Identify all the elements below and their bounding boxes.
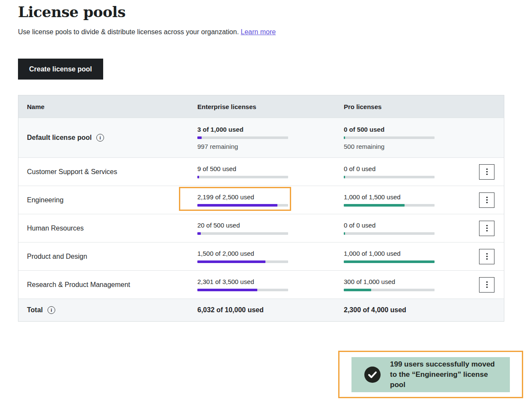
enterprise-usage-bar-fill [197, 232, 201, 235]
page-title: License pools [18, 3, 125, 21]
pro-usage-bar [344, 136, 435, 139]
toast-message: 199 users successfully moved to the “Eng… [390, 359, 502, 390]
pro-usage-cell: 0 of 500 used 500 remaining [335, 126, 468, 150]
table-row-total: Total i 6,032 of 10,000 used 2,300 of 4,… [18, 299, 504, 321]
table-header-row: Name Enterprise licenses Pro licenses [18, 95, 504, 118]
row-actions-kebab-button[interactable] [479, 221, 494, 236]
pro-usage-bar-fill [344, 176, 345, 178]
pro-usage-bar-fill [344, 289, 371, 291]
total-enterprise-value: 6,032 of 10,000 used [189, 306, 335, 314]
table-row-customer-support: Customer Support & Services 9 of 500 use… [18, 157, 504, 186]
enterprise-usage-label: 1,500 of 2,000 used [197, 250, 335, 257]
pro-usage-label: 0 of 0 used [344, 222, 468, 229]
info-icon[interactable]: i [96, 134, 104, 142]
pro-usage-bar-fill [344, 204, 405, 207]
column-header-enterprise: Enterprise licenses [189, 103, 335, 110]
success-toast: 199 users successfully moved to the “Eng… [351, 357, 510, 392]
enterprise-usage-cell: 2,301 of 3,500 used [189, 278, 335, 291]
pro-usage-bar-fill [344, 136, 345, 139]
enterprise-usage-bar [197, 176, 288, 178]
pro-usage-bar [344, 232, 435, 235]
enterprise-usage-bar [197, 136, 288, 139]
enterprise-usage-cell: 3 of 1,000 used 997 remaining [189, 126, 335, 150]
pool-name: Human Resources [27, 225, 84, 232]
enterprise-usage-bar [197, 260, 288, 263]
pro-usage-cell: 300 of 1,000 used [335, 278, 468, 291]
row-actions-kebab-button[interactable] [479, 192, 494, 208]
enterprise-usage-cell: 1,500 of 2,000 used [189, 250, 335, 263]
pro-usage-bar [344, 204, 435, 207]
pro-usage-cell: 0 of 0 used [335, 165, 468, 178]
pool-name-cell: Default license pool i [18, 134, 189, 142]
pool-name: Default license pool [27, 134, 92, 142]
pro-usage-bar [344, 289, 435, 291]
row-actions-kebab-button[interactable] [479, 249, 494, 264]
pro-usage-label: 0 of 500 used [344, 126, 468, 133]
enterprise-remaining-label: 997 remaining [197, 143, 335, 150]
row-actions-kebab-button[interactable] [479, 277, 494, 293]
enterprise-usage-bar-fill [197, 176, 199, 178]
enterprise-usage-label: 2,301 of 3,500 used [197, 278, 335, 285]
total-label: Total [27, 306, 43, 314]
pool-name: Customer Support & Services [27, 168, 117, 176]
column-header-pro: Pro licenses [335, 103, 468, 110]
enterprise-usage-bar-fill [197, 260, 265, 263]
learn-more-link[interactable]: Learn more [241, 28, 276, 35]
row-actions-kebab-button[interactable] [479, 164, 494, 180]
table-row-human-resources: Human Resources 20 of 500 used 0 of 0 us… [18, 214, 504, 242]
total-name-cell: Total i [18, 306, 189, 314]
table-row-default-pool: Default license pool i 3 of 1,000 used 9… [18, 118, 504, 157]
enterprise-usage-bar [197, 289, 288, 291]
pool-name: Engineering [27, 196, 63, 204]
enterprise-usage-label: 2,199 of 2,500 used [197, 193, 335, 201]
pro-usage-bar [344, 260, 435, 263]
pro-usage-cell: 1,000 of 1,000 used [335, 250, 468, 263]
pro-usage-label: 1,000 of 1,500 used [344, 193, 468, 201]
pro-usage-bar-fill [344, 232, 345, 235]
pool-name: Research & Product Management [27, 281, 130, 289]
table-row-product-design: Product and Design 1,500 of 2,000 used 1… [18, 242, 504, 270]
pro-usage-label: 0 of 0 used [344, 165, 468, 172]
pro-usage-cell: 1,000 of 1,500 used [335, 193, 468, 207]
total-pro-value: 2,300 of 4,000 used [335, 306, 468, 314]
enterprise-usage-cell: 20 of 500 used [189, 222, 335, 235]
annotation-highlight-toast: 199 users successfully moved to the “Eng… [338, 351, 523, 398]
enterprise-usage-bar [197, 204, 288, 207]
pro-usage-label: 1,000 of 1,000 used [344, 250, 468, 257]
subtitle-text: Use license pools to divide & distribute… [18, 28, 239, 35]
pool-name: Product and Design [27, 253, 87, 260]
license-pool-table: Name Enterprise licenses Pro licenses De… [18, 95, 504, 322]
enterprise-usage-bar-fill [197, 289, 257, 291]
page-subtitle: Use license pools to divide & distribute… [18, 28, 276, 36]
create-license-pool-button[interactable]: Create license pool [18, 59, 103, 80]
column-header-name: Name [18, 103, 189, 110]
pro-usage-label: 300 of 1,000 used [344, 278, 468, 285]
license-pools-page: License pools Use license pools to divid… [0, 0, 530, 420]
pro-usage-bar [344, 176, 435, 178]
enterprise-usage-label: 20 of 500 used [197, 222, 335, 229]
enterprise-usage-label: 3 of 1,000 used [197, 126, 335, 133]
enterprise-usage-bar-fill [197, 136, 202, 139]
pro-usage-cell: 0 of 0 used [335, 222, 468, 235]
enterprise-usage-bar [197, 232, 288, 235]
table-row-research-product-mgmt: Research & Product Management 2,301 of 3… [18, 270, 504, 299]
pro-usage-bar-fill [344, 260, 435, 263]
enterprise-usage-cell: 9 of 500 used [189, 165, 335, 178]
info-icon[interactable]: i [48, 306, 55, 314]
enterprise-usage-cell: 2,199 of 2,500 used [189, 193, 335, 207]
pro-remaining-label: 500 remaining [344, 143, 468, 150]
table-row-engineering: Engineering 2,199 of 2,500 used 1,000 of… [18, 186, 504, 214]
enterprise-usage-label: 9 of 500 used [197, 165, 335, 172]
enterprise-usage-bar-fill [197, 204, 277, 207]
check-circle-icon [364, 367, 381, 383]
